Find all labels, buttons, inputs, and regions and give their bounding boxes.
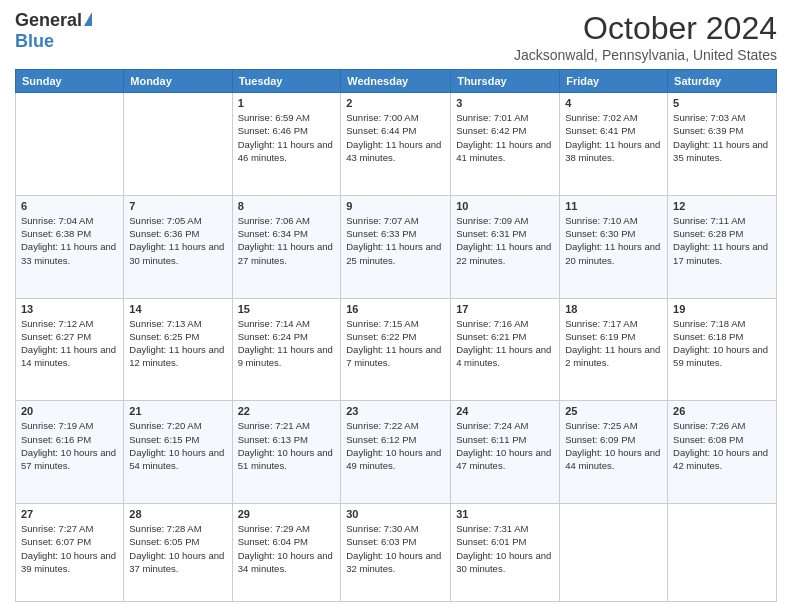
calendar-cell: 26Sunrise: 7:26 AM Sunset: 6:08 PM Dayli… (668, 401, 777, 504)
day-info: Sunrise: 7:11 AM Sunset: 6:28 PM Dayligh… (673, 214, 771, 267)
day-number: 22 (238, 405, 336, 417)
day-info: Sunrise: 6:59 AM Sunset: 6:46 PM Dayligh… (238, 111, 336, 164)
calendar-header-thursday: Thursday (451, 70, 560, 93)
day-number: 26 (673, 405, 771, 417)
logo: General Blue (15, 10, 92, 52)
month-title: October 2024 (514, 10, 777, 47)
day-number: 16 (346, 303, 445, 315)
calendar-cell: 22Sunrise: 7:21 AM Sunset: 6:13 PM Dayli… (232, 401, 341, 504)
day-info: Sunrise: 7:02 AM Sunset: 6:41 PM Dayligh… (565, 111, 662, 164)
header-right: October 2024 Jacksonwald, Pennsylvania, … (514, 10, 777, 63)
calendar-cell: 25Sunrise: 7:25 AM Sunset: 6:09 PM Dayli… (560, 401, 668, 504)
day-info: Sunrise: 7:21 AM Sunset: 6:13 PM Dayligh… (238, 419, 336, 472)
day-number: 14 (129, 303, 226, 315)
calendar-cell: 19Sunrise: 7:18 AM Sunset: 6:18 PM Dayli… (668, 298, 777, 401)
calendar-week-row: 13Sunrise: 7:12 AM Sunset: 6:27 PM Dayli… (16, 298, 777, 401)
day-number: 15 (238, 303, 336, 315)
calendar-cell: 2Sunrise: 7:00 AM Sunset: 6:44 PM Daylig… (341, 93, 451, 196)
calendar-cell: 20Sunrise: 7:19 AM Sunset: 6:16 PM Dayli… (16, 401, 124, 504)
day-number: 23 (346, 405, 445, 417)
calendar-header-tuesday: Tuesday (232, 70, 341, 93)
day-info: Sunrise: 7:22 AM Sunset: 6:12 PM Dayligh… (346, 419, 445, 472)
day-info: Sunrise: 7:09 AM Sunset: 6:31 PM Dayligh… (456, 214, 554, 267)
calendar-cell: 7Sunrise: 7:05 AM Sunset: 6:36 PM Daylig… (124, 195, 232, 298)
calendar-cell: 28Sunrise: 7:28 AM Sunset: 6:05 PM Dayli… (124, 504, 232, 602)
day-info: Sunrise: 7:17 AM Sunset: 6:19 PM Dayligh… (565, 317, 662, 370)
day-info: Sunrise: 7:20 AM Sunset: 6:15 PM Dayligh… (129, 419, 226, 472)
calendar-cell: 24Sunrise: 7:24 AM Sunset: 6:11 PM Dayli… (451, 401, 560, 504)
day-number: 1 (238, 97, 336, 109)
calendar-cell: 31Sunrise: 7:31 AM Sunset: 6:01 PM Dayli… (451, 504, 560, 602)
day-number: 13 (21, 303, 118, 315)
day-info: Sunrise: 7:12 AM Sunset: 6:27 PM Dayligh… (21, 317, 118, 370)
day-number: 4 (565, 97, 662, 109)
calendar-cell: 27Sunrise: 7:27 AM Sunset: 6:07 PM Dayli… (16, 504, 124, 602)
day-number: 27 (21, 508, 118, 520)
day-info: Sunrise: 7:29 AM Sunset: 6:04 PM Dayligh… (238, 522, 336, 575)
day-info: Sunrise: 7:04 AM Sunset: 6:38 PM Dayligh… (21, 214, 118, 267)
day-number: 29 (238, 508, 336, 520)
calendar-cell: 5Sunrise: 7:03 AM Sunset: 6:39 PM Daylig… (668, 93, 777, 196)
calendar-cell: 18Sunrise: 7:17 AM Sunset: 6:19 PM Dayli… (560, 298, 668, 401)
calendar-cell: 15Sunrise: 7:14 AM Sunset: 6:24 PM Dayli… (232, 298, 341, 401)
day-info: Sunrise: 7:27 AM Sunset: 6:07 PM Dayligh… (21, 522, 118, 575)
day-number: 18 (565, 303, 662, 315)
day-number: 20 (21, 405, 118, 417)
day-number: 17 (456, 303, 554, 315)
location: Jacksonwald, Pennsylvania, United States (514, 47, 777, 63)
day-number: 28 (129, 508, 226, 520)
day-info: Sunrise: 7:06 AM Sunset: 6:34 PM Dayligh… (238, 214, 336, 267)
day-number: 3 (456, 97, 554, 109)
day-info: Sunrise: 7:18 AM Sunset: 6:18 PM Dayligh… (673, 317, 771, 370)
logo-blue-text: Blue (15, 31, 54, 52)
day-info: Sunrise: 7:07 AM Sunset: 6:33 PM Dayligh… (346, 214, 445, 267)
calendar-cell: 3Sunrise: 7:01 AM Sunset: 6:42 PM Daylig… (451, 93, 560, 196)
day-number: 31 (456, 508, 554, 520)
page: General Blue October 2024 Jacksonwald, P… (0, 0, 792, 612)
day-info: Sunrise: 7:16 AM Sunset: 6:21 PM Dayligh… (456, 317, 554, 370)
calendar-cell (668, 504, 777, 602)
calendar-cell: 21Sunrise: 7:20 AM Sunset: 6:15 PM Dayli… (124, 401, 232, 504)
day-info: Sunrise: 7:15 AM Sunset: 6:22 PM Dayligh… (346, 317, 445, 370)
calendar-cell: 13Sunrise: 7:12 AM Sunset: 6:27 PM Dayli… (16, 298, 124, 401)
day-number: 2 (346, 97, 445, 109)
calendar-cell (560, 504, 668, 602)
day-number: 10 (456, 200, 554, 212)
calendar-cell: 1Sunrise: 6:59 AM Sunset: 6:46 PM Daylig… (232, 93, 341, 196)
day-number: 24 (456, 405, 554, 417)
day-info: Sunrise: 7:19 AM Sunset: 6:16 PM Dayligh… (21, 419, 118, 472)
day-info: Sunrise: 7:30 AM Sunset: 6:03 PM Dayligh… (346, 522, 445, 575)
calendar-cell: 10Sunrise: 7:09 AM Sunset: 6:31 PM Dayli… (451, 195, 560, 298)
logo-triangle-icon (84, 12, 92, 26)
calendar-cell: 23Sunrise: 7:22 AM Sunset: 6:12 PM Dayli… (341, 401, 451, 504)
calendar-week-row: 1Sunrise: 6:59 AM Sunset: 6:46 PM Daylig… (16, 93, 777, 196)
header: General Blue October 2024 Jacksonwald, P… (15, 10, 777, 63)
day-number: 9 (346, 200, 445, 212)
day-info: Sunrise: 7:26 AM Sunset: 6:08 PM Dayligh… (673, 419, 771, 472)
calendar-header-saturday: Saturday (668, 70, 777, 93)
day-number: 7 (129, 200, 226, 212)
day-number: 12 (673, 200, 771, 212)
calendar-header-sunday: Sunday (16, 70, 124, 93)
day-number: 25 (565, 405, 662, 417)
calendar-week-row: 20Sunrise: 7:19 AM Sunset: 6:16 PM Dayli… (16, 401, 777, 504)
logo-general-text: General (15, 10, 82, 31)
calendar-cell: 16Sunrise: 7:15 AM Sunset: 6:22 PM Dayli… (341, 298, 451, 401)
calendar-week-row: 27Sunrise: 7:27 AM Sunset: 6:07 PM Dayli… (16, 504, 777, 602)
day-info: Sunrise: 7:00 AM Sunset: 6:44 PM Dayligh… (346, 111, 445, 164)
day-number: 5 (673, 97, 771, 109)
day-info: Sunrise: 7:03 AM Sunset: 6:39 PM Dayligh… (673, 111, 771, 164)
calendar-header-wednesday: Wednesday (341, 70, 451, 93)
calendar-cell (124, 93, 232, 196)
day-number: 19 (673, 303, 771, 315)
day-info: Sunrise: 7:14 AM Sunset: 6:24 PM Dayligh… (238, 317, 336, 370)
day-info: Sunrise: 7:10 AM Sunset: 6:30 PM Dayligh… (565, 214, 662, 267)
calendar-cell: 9Sunrise: 7:07 AM Sunset: 6:33 PM Daylig… (341, 195, 451, 298)
day-number: 8 (238, 200, 336, 212)
day-number: 21 (129, 405, 226, 417)
day-info: Sunrise: 7:28 AM Sunset: 6:05 PM Dayligh… (129, 522, 226, 575)
calendar-cell: 11Sunrise: 7:10 AM Sunset: 6:30 PM Dayli… (560, 195, 668, 298)
calendar-cell: 29Sunrise: 7:29 AM Sunset: 6:04 PM Dayli… (232, 504, 341, 602)
day-info: Sunrise: 7:25 AM Sunset: 6:09 PM Dayligh… (565, 419, 662, 472)
calendar-cell: 6Sunrise: 7:04 AM Sunset: 6:38 PM Daylig… (16, 195, 124, 298)
